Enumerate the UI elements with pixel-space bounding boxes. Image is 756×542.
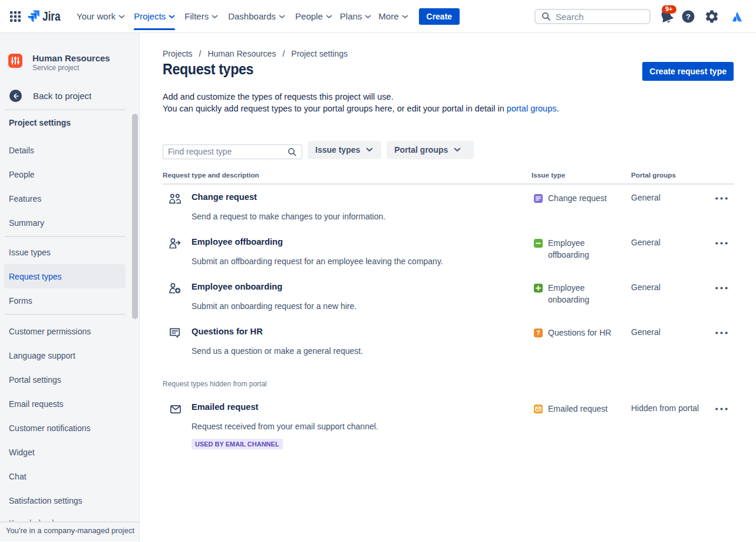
svg-text:?: ? <box>686 12 691 21</box>
svg-text:?: ? <box>536 329 540 336</box>
